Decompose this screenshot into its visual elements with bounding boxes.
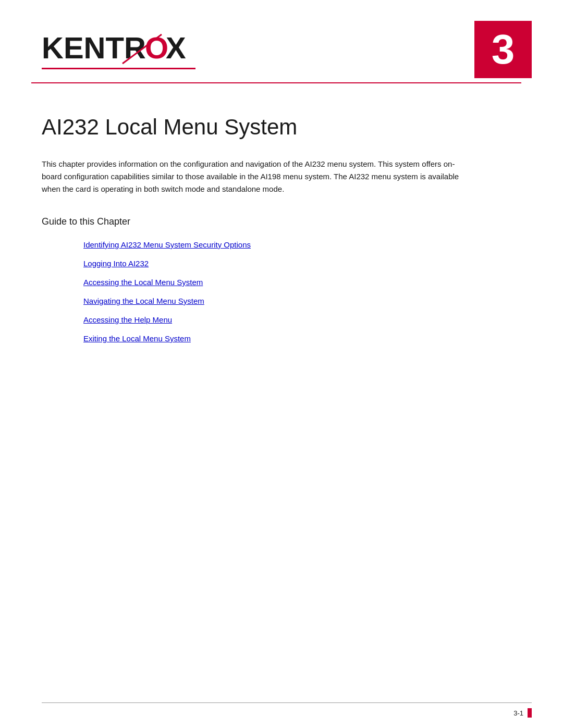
toc-list: Identifying AI232 Menu System Security O… [42, 240, 521, 343]
toc-link-4[interactable]: Navigating the Local Menu System [83, 297, 204, 305]
main-content: AI232 Local Menu System This chapter pro… [0, 83, 563, 343]
toc-link-3[interactable]: Accessing the Local Menu System [83, 278, 203, 287]
toc-item-3: Accessing the Local Menu System [83, 278, 521, 287]
toc-link-5[interactable]: Accessing the Help Menu [83, 315, 172, 324]
footer-page-number: 3-1 [513, 709, 523, 717]
toc-item-1: Identifying AI232 Menu System Security O… [83, 240, 521, 250]
header: KENTR O X 3 [0, 0, 563, 78]
footer-rule [42, 702, 532, 703]
toc-item-4: Navigating the Local Menu System [83, 297, 521, 306]
svg-text:KENTR: KENTR [42, 31, 146, 65]
chapter-number: 3 [492, 26, 515, 73]
toc-item-6: Exiting the Local Menu System [83, 334, 521, 343]
footer-content: 3-1 [42, 708, 532, 718]
footer-page-bar [528, 708, 532, 718]
toc-link-1[interactable]: Identifying AI232 Menu System Security O… [83, 240, 251, 249]
section-heading: Guide to this Chapter [42, 216, 521, 227]
toc-item-5: Accessing the Help Menu [83, 315, 521, 325]
toc-item-2: Logging Into AI232 [83, 259, 521, 268]
logo-svg: KENTR O X [42, 26, 209, 69]
svg-text:X: X [166, 31, 186, 65]
toc-link-2[interactable]: Logging Into AI232 [83, 259, 149, 268]
chapter-number-box: 3 [474, 21, 532, 78]
page-container: KENTR O X 3 AI232 Local Menu System This… [0, 0, 563, 728]
footer: 3-1 [0, 702, 563, 728]
intro-paragraph: This chapter provides information on the… [42, 158, 469, 195]
logo-area: KENTR O X [42, 21, 209, 69]
svg-text:O: O [145, 31, 168, 65]
toc-link-6[interactable]: Exiting the Local Menu System [83, 334, 191, 343]
page-title: AI232 Local Menu System [42, 115, 521, 140]
